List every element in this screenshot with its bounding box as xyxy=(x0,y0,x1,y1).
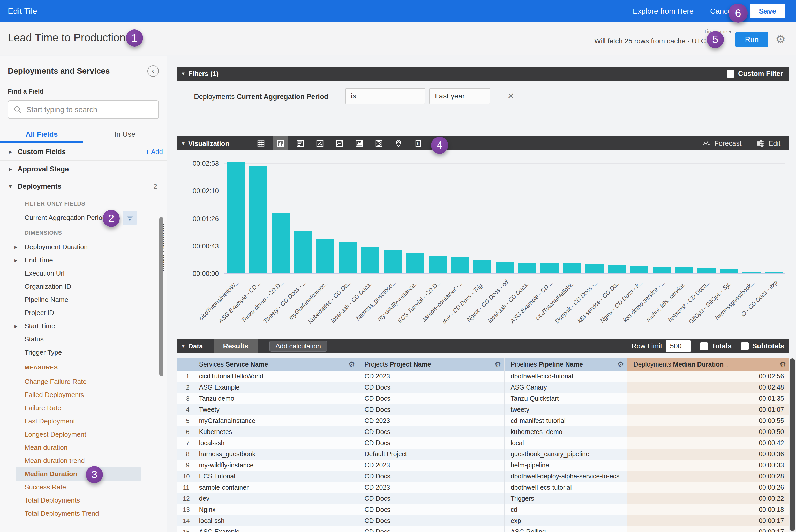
save-button[interactable]: Save xyxy=(750,4,785,18)
field-item-current-aggregation-period[interactable]: Current Aggregation Period xyxy=(0,211,167,224)
field-item-mean-duration-trend[interactable]: Mean duration trend xyxy=(0,454,167,468)
cell-pipeline-name[interactable]: helm-pipeline xyxy=(504,460,627,471)
bar-3[interactable] xyxy=(272,213,290,273)
cell-median-duration[interactable]: 00:00:22 xyxy=(627,493,789,504)
cell-median-duration[interactable]: 00:00:55 xyxy=(627,415,789,426)
table-row[interactable]: 11sample-containerCD 2023dbothwell-ecs-t… xyxy=(177,482,789,493)
field-item-total-deployments[interactable]: Total Deployments xyxy=(0,494,167,507)
caret-right-icon[interactable]: ▸ xyxy=(15,323,17,329)
cell-project-name[interactable]: CD 2023 xyxy=(358,460,504,471)
gear-icon[interactable]: ⚙ xyxy=(617,360,624,368)
row-limit-input[interactable] xyxy=(666,340,691,352)
filter-operator-input[interactable] xyxy=(345,88,425,104)
gear-icon[interactable]: ⚙ xyxy=(495,360,501,368)
totals-checkbox[interactable] xyxy=(700,342,708,350)
bar-15[interactable] xyxy=(540,263,559,273)
cell-median-duration[interactable]: 00:00:26 xyxy=(627,482,789,493)
bar-19[interactable] xyxy=(630,266,648,273)
table-row[interactable]: 10ECS TutorialCD Docsdbothwell-deploy-al… xyxy=(177,471,789,482)
bar-10[interactable] xyxy=(428,256,447,273)
table-row[interactable]: 4TweetyCD Docstweety00:01:07 xyxy=(177,404,789,415)
table-scrollbar[interactable] xyxy=(789,358,795,532)
field-item-failure-rate[interactable]: Failure Rate xyxy=(0,401,167,415)
cell-service-name[interactable]: my-wildfly-instance xyxy=(193,460,358,471)
bar-22[interactable] xyxy=(698,268,716,273)
field-item-end-time[interactable]: ▸End Time xyxy=(0,253,167,267)
cell-service-name[interactable]: Kubernetes xyxy=(193,426,358,437)
bar-23[interactable] xyxy=(720,269,738,273)
cell-median-duration[interactable]: 00:00:18 xyxy=(627,504,789,515)
add-custom-field-button[interactable]: + Add xyxy=(146,148,163,156)
cell-pipeline-name[interactable]: ASG Canary xyxy=(504,382,627,393)
caret-down-icon[interactable]: ▾ xyxy=(9,183,18,190)
cell-pipeline-name[interactable]: cd xyxy=(504,504,627,515)
field-item-organization-id[interactable]: Organization ID xyxy=(0,280,167,293)
bar-6[interactable] xyxy=(339,242,357,273)
bar-5[interactable] xyxy=(316,239,334,273)
cell-service-name[interactable]: harness_guestbook xyxy=(193,449,358,460)
cell-pipeline-name[interactable]: kubernetes_demo xyxy=(504,426,627,437)
sidebar-scrollbar[interactable] xyxy=(159,200,163,532)
table-row[interactable]: 7local-sshCD Docslocal00:00:42 xyxy=(177,437,789,449)
map-pin-icon[interactable] xyxy=(391,136,406,150)
field-item-median-duration[interactable]: Median Duration xyxy=(16,468,141,480)
field-item-deployment-duration[interactable]: ▸Deployment Duration xyxy=(0,241,167,253)
bar-chart-icon[interactable] xyxy=(293,136,308,150)
table-row[interactable]: 2ASG ExampleCD DocsASG Canary00:02:48 xyxy=(177,382,789,393)
cell-project-name[interactable]: CD Docs xyxy=(358,404,504,415)
cell-project-name[interactable]: CD Docs xyxy=(358,393,504,404)
bar-21[interactable] xyxy=(675,267,693,273)
subtotals-checkbox[interactable] xyxy=(741,342,749,350)
bar-11[interactable] xyxy=(451,257,469,273)
sidebar-group-deployments[interactable]: ▾Deployments2 xyxy=(0,178,167,195)
cell-median-duration[interactable]: 00:00:33 xyxy=(627,460,789,471)
filter-by-field-button[interactable] xyxy=(123,211,137,225)
tile-title-input[interactable]: Lead Time to Production xyxy=(8,32,126,48)
cell-project-name[interactable]: CD Docs xyxy=(358,437,504,449)
cell-project-name[interactable]: CD Docs xyxy=(358,526,504,532)
field-item-status[interactable]: Status xyxy=(0,333,167,346)
single-value-icon[interactable]: 6 xyxy=(411,136,425,150)
cell-project-name[interactable]: CD Docs xyxy=(358,382,504,393)
cell-service-name[interactable]: ECS Tutorial xyxy=(193,471,358,482)
forecast-button[interactable]: Forecast xyxy=(702,139,741,148)
cell-median-duration[interactable]: 00:00:42 xyxy=(627,437,789,449)
gear-icon[interactable]: ⚙ xyxy=(776,33,786,46)
field-item-trigger-type[interactable]: Trigger Type xyxy=(0,346,167,359)
bar-18[interactable] xyxy=(608,265,626,273)
cell-project-name[interactable]: CD Docs xyxy=(358,504,504,515)
bar-17[interactable] xyxy=(586,264,604,273)
cell-project-name[interactable]: CD Docs xyxy=(358,493,504,504)
column-header-service-name[interactable]: Services Service Name⚙ xyxy=(193,358,358,371)
table-row[interactable]: 1cicdTutorialHelloWorldCD 2023dbothwell-… xyxy=(177,371,789,382)
bar-20[interactable] xyxy=(653,267,671,273)
scrollbar-thumb[interactable] xyxy=(790,358,795,531)
collapse-sidebar-button[interactable]: ‹ xyxy=(147,65,159,77)
cell-pipeline-name[interactable]: cd-manifest-tutorial xyxy=(504,415,627,426)
cell-service-name[interactable]: dev xyxy=(193,493,358,504)
field-item-total-deployments-trend[interactable]: Total Deployments Trend xyxy=(0,507,167,520)
data-section-bar[interactable]: ▾ Data Results Add calculation Row Limit… xyxy=(177,339,789,353)
caret-right-icon[interactable]: ▸ xyxy=(9,148,18,155)
field-item-success-rate[interactable]: Success Rate xyxy=(0,480,167,494)
column-header-pipeline-name[interactable]: Pipelines Pipeline Name⚙ xyxy=(504,358,627,371)
field-search-box[interactable] xyxy=(8,100,159,119)
edit-viz-button[interactable]: Edit xyxy=(756,139,780,148)
field-item-last-deployment[interactable]: Last Deployment xyxy=(0,415,167,428)
gear-icon[interactable]: ⚙ xyxy=(348,360,355,368)
bar-2[interactable] xyxy=(249,167,267,273)
cell-service-name[interactable]: Nginx xyxy=(193,504,358,515)
cell-project-name[interactable]: Default Project xyxy=(358,449,504,460)
cell-service-name[interactable]: local-ssh xyxy=(193,515,358,526)
table-icon[interactable] xyxy=(254,136,268,150)
cell-service-name[interactable]: ASG Example xyxy=(193,382,358,393)
table-row[interactable]: 8harness_guestbookDefault Projectguestbo… xyxy=(177,449,789,460)
filter-value-input[interactable] xyxy=(429,88,490,104)
table-row[interactable]: 6KubernetesCD Docskubernetes_demo00:00:5… xyxy=(177,426,789,437)
cell-project-name[interactable]: CD Docs xyxy=(358,471,504,482)
field-item-execution-url[interactable]: Execution Url xyxy=(0,267,167,280)
cell-median-duration[interactable]: 00:00:17 xyxy=(627,515,789,526)
results-tab[interactable]: Results xyxy=(214,339,258,353)
cell-pipeline-name[interactable]: dbothwell-cicd-tutorial xyxy=(504,371,627,382)
visualization-section-bar[interactable]: ▾ Visualization 6 Forecast Edit xyxy=(177,136,789,150)
